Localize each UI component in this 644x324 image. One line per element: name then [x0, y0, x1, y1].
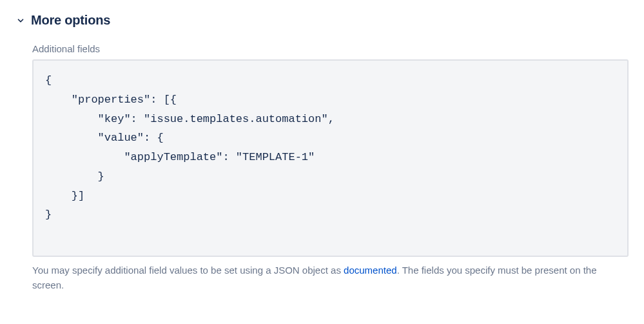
documented-link[interactable]: documented: [344, 265, 397, 276]
more-options-title: More options: [31, 13, 110, 28]
help-text-before: You may specify additional field values …: [32, 265, 344, 276]
additional-fields-help: You may specify additional field values …: [32, 263, 629, 292]
more-options-content: Additional fields { "properties": [{ "ke…: [15, 43, 629, 292]
additional-fields-label: Additional fields: [32, 43, 629, 54]
more-options-toggle[interactable]: More options: [15, 13, 629, 28]
additional-fields-input[interactable]: { "properties": [{ "key": "issue.templat…: [32, 59, 629, 257]
chevron-down-icon: [15, 15, 26, 26]
